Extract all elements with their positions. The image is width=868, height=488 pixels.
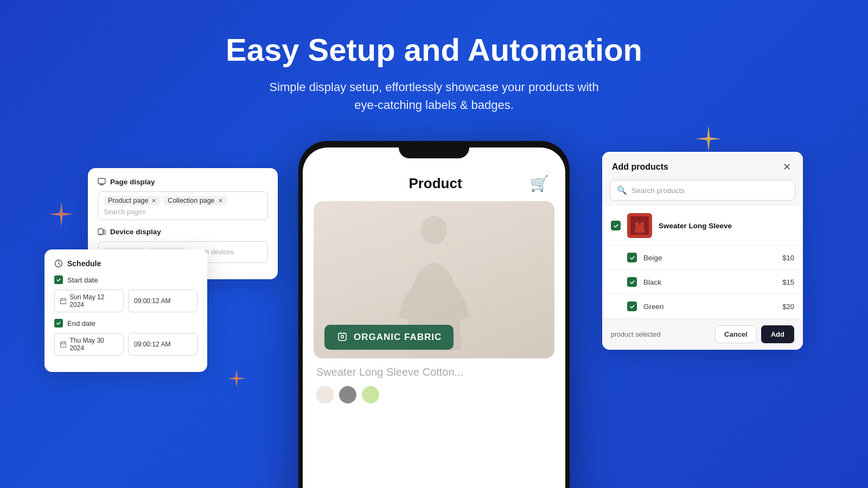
checkbox-sweater-parent[interactable]	[611, 221, 621, 230]
svg-point-16	[341, 336, 344, 338]
schedule-icon	[54, 259, 63, 268]
end-time-input[interactable]: 09:00:12 AM	[128, 333, 197, 356]
color-swatches	[314, 386, 554, 403]
product-image-area: ORGANIC FABRIC	[314, 201, 554, 358]
svg-rect-5	[104, 230, 105, 234]
start-date-time-row: Sun May 12 2024 09:00:12 AM	[54, 290, 197, 312]
end-date-label: End date	[67, 319, 95, 328]
end-date-row: End date	[54, 319, 197, 328]
svg-rect-0	[98, 178, 105, 184]
calendar-icon-2	[60, 341, 66, 348]
tag-product-page[interactable]: Product page ✕	[104, 196, 161, 206]
device-display-label: Device display	[98, 228, 268, 236]
product-list: Sweater Long Sleeve Beige $10	[602, 206, 803, 318]
close-button[interactable]: ✕	[780, 160, 793, 174]
end-date-checkbox[interactable]	[54, 319, 63, 328]
add-products-panel: Add products ✕ 🔍 Search products	[602, 152, 803, 350]
search-bar[interactable]: 🔍 Search products	[610, 180, 795, 201]
page-tags-input[interactable]: Product page ✕ Collection page ✕ Search …	[98, 191, 268, 220]
remove-collection-page-tag[interactable]: ✕	[218, 197, 223, 204]
swatch-beige[interactable]	[316, 386, 334, 403]
sweater-name: Sweater Long Sleeve	[659, 222, 794, 230]
checkbox-green-variant[interactable]	[627, 301, 637, 311]
panel-footer: product selected Cancel Add	[602, 318, 803, 350]
swatch-green[interactable]	[362, 386, 379, 403]
schedule-card: Schedule Start date Sun May 12 2024	[44, 249, 207, 372]
search-placeholder: Search products	[631, 187, 685, 195]
start-time-input[interactable]: 09:00:12 AM	[128, 290, 197, 312]
phone-header: Product 🛒	[314, 175, 554, 192]
panel-title: Add products	[612, 162, 668, 172]
phone-screen: Product 🛒	[303, 147, 565, 488]
footer-buttons: Cancel Add	[715, 325, 794, 343]
device-icon	[98, 228, 106, 236]
cancel-button[interactable]: Cancel	[715, 325, 757, 343]
schedule-title: Schedule	[54, 259, 197, 268]
variant-beige-name: Beige	[643, 254, 776, 262]
phone-notch	[399, 141, 469, 158]
checkbox-beige[interactable]	[627, 253, 637, 262]
checkbox-black[interactable]	[627, 277, 637, 287]
start-date-row: Start date	[54, 275, 197, 284]
calendar-icon	[60, 298, 66, 304]
search-icon: 🔍	[617, 185, 627, 195]
variant-black-name: Black	[643, 278, 776, 286]
list-item-black: Black $15	[602, 270, 803, 294]
product-thumbnail-sweater	[627, 213, 652, 238]
page-title: Easy Setup and Automation	[0, 33, 868, 67]
end-date-input[interactable]: Thu May 30 2024	[54, 333, 124, 356]
product-badge: ORGANIC FABRIC	[324, 325, 454, 350]
phone-product-name: Sweater Long Sleeve Cotton...	[314, 366, 554, 378]
search-pages-placeholder: Search pages	[104, 208, 145, 216]
variant-black-price: $15	[782, 278, 794, 286]
phone-content: Product 🛒	[303, 147, 565, 414]
page-display-label: Page display	[98, 178, 268, 186]
page-subtitle-line1: Simple display setup, effortlessly showc…	[0, 78, 868, 114]
variant-beige-price: $10	[782, 254, 794, 262]
list-item-green: Green $20	[602, 294, 803, 318]
swatch-gray[interactable]	[339, 386, 356, 403]
start-date-label: Start date	[67, 276, 98, 284]
product-selected-text: product selected	[611, 331, 661, 338]
svg-rect-7	[60, 299, 66, 304]
panel-header: Add products ✕	[602, 152, 803, 180]
tag-collection-page[interactable]: Collection page ✕	[163, 196, 227, 206]
svg-rect-18	[635, 228, 644, 233]
cards-area: Page display Product page ✕ Collection p…	[0, 141, 868, 488]
start-date-input[interactable]: Sun May 12 2024	[54, 290, 124, 312]
badge-icon	[336, 331, 348, 343]
page-icon	[98, 178, 106, 186]
svg-rect-11	[60, 342, 66, 347]
list-item-sweater-parent: Sweater Long Sleeve	[602, 206, 803, 246]
variant-green-name: Green	[643, 303, 776, 311]
svg-point-15	[421, 216, 447, 244]
list-item-beige: Beige $10	[602, 246, 803, 270]
remove-product-page-tag[interactable]: ✕	[151, 197, 156, 204]
phone-product-title: Product	[409, 175, 462, 192]
end-date-time-row: Thu May 30 2024 09:00:12 AM	[54, 333, 197, 356]
start-date-checkbox[interactable]	[54, 275, 63, 284]
add-button[interactable]: Add	[761, 325, 794, 343]
variant-green-price: $20	[782, 303, 794, 311]
header-section: Easy Setup and Automation Simple display…	[0, 0, 868, 114]
cart-icon[interactable]: 🛒	[530, 175, 549, 192]
phone-mockup: Product 🛒	[298, 141, 570, 488]
